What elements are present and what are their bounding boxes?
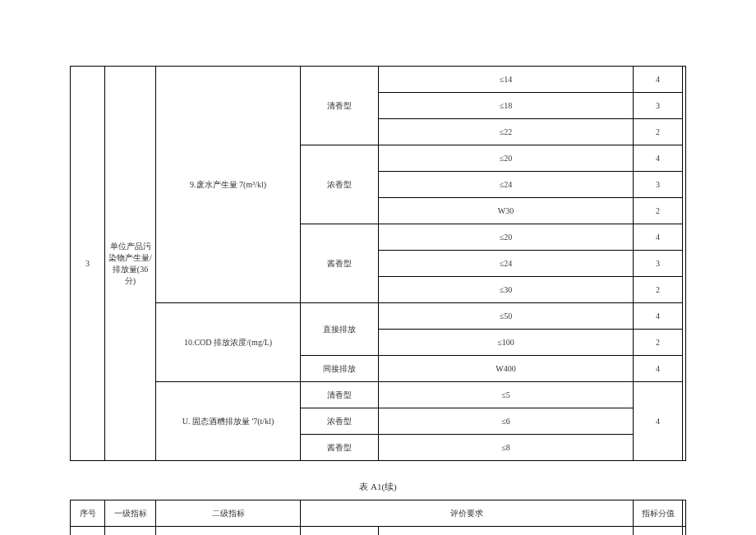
type-cell: 间接排放 [301,356,379,382]
type-cell: 浓香型 [301,408,379,435]
hdr-score: 指标分值 [634,500,683,527]
hdr-note: 备注 [683,500,686,527]
table-row: 3 单位产品污染物产生量/排放量(36 分) 9.废水产生量 7(m³/kl) … [71,67,686,93]
table2-caption: 表 A1(续) [70,481,686,493]
req-cell: ≤10 [379,527,634,536]
req-cell: ≤5 [379,382,634,408]
type-cell: 燃煤锅炉 [301,527,379,536]
hdr-seq: 序号 [71,500,105,527]
score-cell: 4 [634,224,683,251]
table-row: U. 固态酒糟排放量 '7(t/kl) 清香型 ≤5 4 [71,382,686,408]
main-table: 3 单位产品污染物产生量/排放量(36 分) 9.废水产生量 7(m³/kl) … [70,66,686,461]
note-cell [683,67,686,461]
type-cell: 浓香型 [301,145,379,224]
seq-cell: 3 [71,67,105,461]
l2-cell: U. 固态酒糟排放量 '7(t/kl) [156,382,301,461]
score-cell: 2 [634,330,683,356]
hdr-l2: 二级指标 [156,500,301,527]
table-row: 3 12.颗粒物(废气()/(mg/tr?) 燃煤锅炉 ≤10 4 [71,527,686,536]
type-cell: 清香型 [301,382,379,408]
score-cell: 4 [634,356,683,382]
l2-cell: 9.废水产生量 7(m³/kl) [156,67,301,303]
req-cell: W400 [379,356,634,382]
score-cell: 3 [634,251,683,277]
req-cell: ≤22 [379,119,634,145]
score-cell: 4 [634,303,683,330]
req-cell: ≤50 [379,303,634,330]
score-cell: 4 [634,145,683,172]
score-cell: 4 [634,67,683,93]
req-cell: ≤24 [379,251,634,277]
type-cell: 酱香型 [301,435,379,461]
type-cell: 酱香型 [301,224,379,303]
score-cell: 4 [634,382,683,461]
score-cell: 2 [634,198,683,224]
req-cell: ≤18 [379,93,634,119]
req-cell: ≤6 [379,408,634,435]
table-row: 10.COD 排放浓度/(mg/L) 直接排放 ≤50 4 [71,303,686,330]
req-cell: ≤20 [379,145,634,172]
l2-cell: 10.COD 排放浓度/(mg/L) [156,303,301,382]
hdr-l1: 一级指标 [105,500,156,527]
req-cell: ≤20 [379,224,634,251]
type-cell: 清香型 [301,67,379,145]
req-cell: ≤100 [379,330,634,356]
note-cell [683,527,686,536]
req-cell: ≤8 [379,435,634,461]
type-cell: 直接排放 [301,303,379,356]
score-cell: 4 [634,527,683,536]
score-cell: 3 [634,172,683,198]
score-cell: 3 [634,93,683,119]
l1-cell [105,527,156,536]
score-cell: 2 [634,277,683,303]
header-row: 序号 一级指标 二级指标 评价要求 指标分值 备注 [71,500,686,527]
req-cell: ≤14 [379,67,634,93]
seq-cell: 3 [71,527,105,536]
hdr-req: 评价要求 [301,500,634,527]
continuation-table: 序号 一级指标 二级指标 评价要求 指标分值 备注 3 12.颗粒物(废气()/… [70,500,686,535]
req-cell: ≤30 [379,277,634,303]
score-cell: 2 [634,119,683,145]
l2-cell: 12.颗粒物(废气()/(mg/tr?) [156,527,301,536]
l1-cell: 单位产品污染物产生量/排放量(36 分) [105,67,156,461]
req-cell: W30 [379,198,634,224]
req-cell: ≤24 [379,172,634,198]
